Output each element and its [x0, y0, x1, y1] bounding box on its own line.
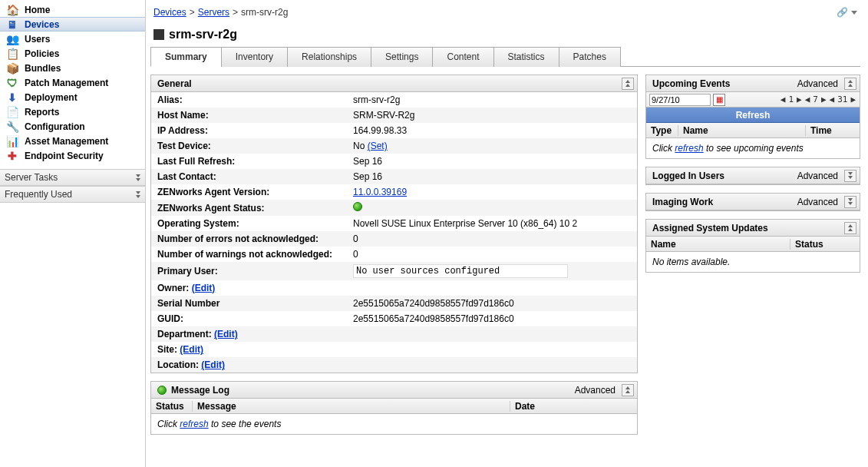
property-label: Site: (Edit) [151, 342, 347, 357]
top-bar: Devices > Servers > srm-srv-r2g 🔗 [150, 5, 860, 20]
nav-home[interactable]: 🏠Home [0, 2, 145, 17]
general-row: Primary User:No user sources configured [151, 262, 637, 280]
panel-title: Logged In Users [652, 171, 724, 181]
server-icon [153, 29, 164, 40]
tab-statistics[interactable]: Statistics [493, 47, 559, 67]
col-name[interactable]: Name [646, 239, 790, 250]
col-date[interactable]: Date [510, 401, 637, 412]
tab-summary[interactable]: Summary [150, 47, 222, 67]
link-icon[interactable]: 🔗 [837, 7, 848, 18]
col-time[interactable]: Time [806, 125, 860, 136]
expand-button[interactable] [844, 170, 856, 182]
calendar-icon[interactable]: ▦ [713, 94, 725, 106]
col-name[interactable]: Name [678, 125, 806, 136]
collapse-button[interactable] [844, 222, 856, 234]
general-row: Department: (Edit) [151, 326, 637, 342]
nav-reports[interactable]: 📄Reports [0, 104, 145, 119]
next-31[interactable]: ▶ [850, 94, 856, 104]
edit-link[interactable]: (Edit) [180, 344, 203, 355]
nav-devices[interactable]: 🖥Devices [0, 17, 145, 31]
expand-button[interactable] [844, 196, 856, 208]
panel-title: Message Log [171, 385, 229, 396]
advanced-link[interactable]: Advanced [797, 171, 838, 181]
prev-31[interactable]: ◀ [829, 94, 836, 104]
edit-link[interactable]: (Edit) [201, 359, 225, 370]
nav-policies[interactable]: 📋Policies [0, 46, 145, 61]
property-label: GUID: [151, 311, 347, 326]
property-value: No (Set) [347, 138, 637, 154]
panel-message-log: Message Log Advanced Status Message Date [150, 381, 638, 435]
advanced-link[interactable]: Advanced [797, 197, 838, 207]
sidebar-section-server-tasks[interactable]: Server Tasks [0, 169, 145, 186]
next-1[interactable]: ▶ [796, 94, 803, 104]
message-log-body: Click refresh to see the events [151, 414, 637, 434]
col-type[interactable]: Type [646, 125, 678, 136]
edit-link[interactable]: (Edit) [192, 283, 216, 293]
property-label: Last Full Refresh: [151, 154, 347, 169]
users-icon: 👥 [6, 33, 18, 45]
breadcrumb-devices[interactable]: Devices [153, 7, 186, 18]
prev-1[interactable]: ◀ [780, 94, 787, 104]
general-row: Number of warnings not acknowledged:0 [151, 247, 637, 262]
refresh-button[interactable]: Refresh [646, 108, 860, 123]
collapse-button[interactable] [844, 78, 856, 90]
tab-settings[interactable]: Settings [371, 47, 433, 67]
nav-label: Asset Management [25, 136, 108, 147]
nav-label: Home [25, 5, 50, 15]
nav-deployment[interactable]: ⬇Deployment [0, 90, 145, 104]
tab-relationships[interactable]: Relationships [287, 47, 371, 67]
tab-patches[interactable]: Patches [559, 47, 621, 67]
nav-label: Users [25, 34, 50, 45]
property-label: Primary User: [151, 262, 347, 280]
value-link[interactable]: 11.0.0.39169 [353, 187, 407, 197]
breadcrumb-servers[interactable]: Servers [198, 7, 229, 18]
nav-asset-management[interactable]: 📊Asset Management [0, 134, 145, 148]
nav-list: 🏠Home 🖥Devices 👥Users 📋Policies 📦Bundles… [0, 0, 145, 169]
tab-content[interactable]: Content [432, 47, 493, 67]
nav-users[interactable]: 👥Users [0, 31, 145, 46]
configuration-icon: 🔧 [6, 121, 18, 133]
tab-inventory[interactable]: Inventory [221, 47, 288, 67]
property-value: 164.99.98.33 [347, 123, 637, 138]
property-label: Owner: (Edit) [151, 280, 347, 296]
property-value [347, 280, 637, 296]
property-label: IP Address: [151, 123, 347, 138]
date-input[interactable] [649, 94, 711, 106]
property-label: Number of warnings not acknowledged: [151, 247, 347, 262]
general-row: Host Name:SRM-SRV-R2g [151, 108, 637, 123]
text: Click [652, 143, 675, 154]
general-table: Alias:srm-srv-r2gHost Name:SRM-SRV-R2gIP… [151, 92, 637, 373]
nav-patch-management[interactable]: 🛡Patch Management [0, 75, 145, 90]
nav-bundles[interactable]: 📦Bundles [0, 61, 145, 75]
advanced-link[interactable]: Advanced [575, 385, 616, 396]
panel-system-updates: Assigned System Updates Name Status No i… [645, 219, 860, 273]
nav-endpoint-security[interactable]: ✚Endpoint Security [0, 148, 145, 163]
col-status[interactable]: Status [151, 401, 193, 412]
property-value: 0 [347, 231, 637, 247]
panel-general: General Alias:srm-srv-r2gHost Name:SRM-S… [150, 75, 638, 373]
col-message[interactable]: Message [193, 401, 510, 412]
sidebar-section-frequently-used[interactable]: Frequently Used [0, 186, 145, 203]
refresh-link[interactable]: refresh [180, 419, 208, 429]
sidebar: 🏠Home 🖥Devices 👥Users 📋Policies 📦Bundles… [0, 0, 146, 467]
property-label: Last Contact: [151, 169, 347, 184]
nav-label: Configuration [25, 121, 85, 132]
prev-7[interactable]: ◀ [804, 94, 811, 104]
dropdown-icon[interactable] [851, 11, 857, 15]
nav-configuration[interactable]: 🔧Configuration [0, 119, 145, 134]
next-7[interactable]: ▶ [820, 94, 827, 104]
collapse-button[interactable] [622, 78, 634, 90]
col-status[interactable]: Status [790, 239, 860, 250]
edit-link[interactable]: (Edit) [214, 329, 238, 339]
text: Click [157, 419, 180, 429]
nav-label: Deployment [25, 92, 78, 103]
main: Devices > Servers > srm-srv-r2g 🔗 srm-sr… [146, 0, 868, 467]
refresh-link[interactable]: refresh [675, 143, 703, 154]
advanced-link[interactable]: Advanced [797, 78, 838, 89]
property-value: SRM-SRV-R2g [347, 108, 637, 123]
collapse-button[interactable] [622, 384, 634, 396]
section-label: Frequently Used [5, 189, 72, 200]
property-label: ZENworks Agent Version: [151, 184, 347, 200]
value-link[interactable]: (Set) [368, 141, 388, 151]
property-label: Number of errors not acknowledged: [151, 231, 347, 247]
